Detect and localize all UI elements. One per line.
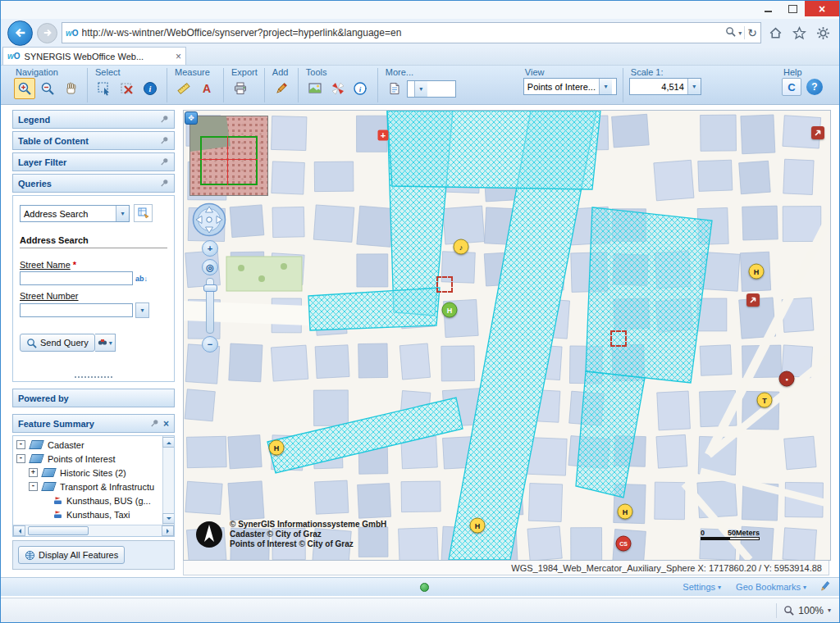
pin-icon[interactable] bbox=[160, 157, 169, 166]
street-name-input[interactable] bbox=[20, 271, 133, 285]
geo-bookmarks-link[interactable]: Geo Bookmarks▾ bbox=[736, 582, 806, 592]
map-marker-selected-site[interactable] bbox=[436, 276, 453, 293]
footer-edit-icon[interactable] bbox=[819, 580, 831, 596]
sort-ab-icon[interactable]: ab↓ bbox=[135, 275, 148, 283]
print-button[interactable] bbox=[230, 78, 251, 99]
map-zoom-out-button[interactable]: − bbox=[202, 336, 218, 352]
window-maximize-button[interactable] bbox=[780, 1, 805, 16]
select-features-button[interactable] bbox=[94, 78, 115, 99]
browser-zoom-control[interactable]: 100% ▾ bbox=[783, 605, 831, 616]
zoom-slider[interactable] bbox=[206, 278, 214, 334]
map-marker-red-cross[interactable]: + bbox=[378, 130, 389, 141]
scroll-up-icon[interactable] bbox=[162, 437, 174, 448]
scale-dropdown[interactable]: 4,514▾ bbox=[629, 78, 701, 95]
zoom-full-extent-button[interactable]: ◎ bbox=[202, 259, 218, 275]
add-text-button[interactable]: A bbox=[196, 78, 217, 99]
view-dropdown[interactable]: Points of Intere...▾ bbox=[523, 78, 617, 95]
map-image[interactable] bbox=[184, 111, 830, 560]
send-query-button[interactable]: Send Query bbox=[20, 334, 95, 352]
street-number-dropdown-icon[interactable]: ▾ bbox=[135, 302, 149, 318]
tree-item[interactable]: -Points of Interest bbox=[13, 452, 162, 466]
more-dropdown[interactable]: ▾ bbox=[407, 80, 456, 98]
add-sketch-button[interactable] bbox=[271, 78, 292, 99]
collapse-icon[interactable]: - bbox=[16, 454, 25, 463]
search-dropdown-caret-icon[interactable]: ▾ bbox=[738, 30, 742, 37]
panel-header-feature-summary[interactable]: Feature Summary× bbox=[12, 414, 175, 433]
pin-icon[interactable] bbox=[150, 419, 159, 428]
panel-header-powered-by[interactable]: Powered by bbox=[12, 389, 175, 407]
map-zoom-in-button[interactable]: + bbox=[202, 240, 218, 257]
help-button[interactable]: ? bbox=[806, 79, 823, 95]
favorites-star-icon[interactable] bbox=[789, 23, 809, 43]
scrollbar-thumb[interactable] bbox=[28, 526, 89, 535]
panel-header-queries[interactable]: Queries bbox=[12, 174, 175, 193]
overview-move-icon[interactable]: ✥ bbox=[185, 111, 198, 125]
browser-back-button[interactable] bbox=[7, 20, 33, 46]
window-titlebar[interactable]: × bbox=[1, 1, 839, 19]
query-manage-icon[interactable] bbox=[134, 204, 153, 222]
clear-selection-button[interactable] bbox=[116, 78, 138, 99]
more-sheet-button[interactable] bbox=[384, 78, 405, 99]
browser-tab[interactable]: wO SYNERGIS WebOffice Web... × bbox=[2, 47, 186, 65]
map-marker-selected-site[interactable] bbox=[610, 330, 627, 347]
close-panel-icon[interactable]: × bbox=[163, 418, 169, 430]
map-marker-stop-h[interactable]: H bbox=[269, 440, 285, 456]
map-marker-transport-poi[interactable] bbox=[746, 293, 760, 307]
zoom-out-button[interactable] bbox=[37, 78, 58, 99]
address-bar[interactable]: wwOO http://w-ws-wintner/WebOffice/synse… bbox=[62, 22, 761, 43]
tree-item[interactable]: Kunsthaus, Taxi bbox=[13, 507, 162, 521]
panel-resize-handle[interactable] bbox=[75, 376, 112, 378]
map-marker-stop-h[interactable]: H bbox=[749, 264, 765, 280]
map-marker-stop-h[interactable]: H bbox=[470, 518, 486, 534]
map-marker-music[interactable]: ♪ bbox=[454, 239, 469, 255]
query-type-select[interactable]: Address Search▾ bbox=[20, 205, 130, 222]
send-query-options-icon[interactable]: ▾ bbox=[95, 334, 116, 352]
map-marker-stop-h[interactable]: H bbox=[618, 504, 633, 520]
browser-forward-button[interactable] bbox=[37, 23, 57, 43]
zoom-in-button[interactable] bbox=[14, 78, 35, 99]
search-icon[interactable] bbox=[725, 25, 736, 40]
pin-icon[interactable] bbox=[160, 179, 169, 188]
pin-icon[interactable] bbox=[160, 115, 169, 124]
map-marker-taxi[interactable]: T bbox=[757, 393, 773, 408]
map-marker-transport-poi[interactable] bbox=[811, 126, 824, 139]
settings-link[interactable]: Settings▾ bbox=[682, 582, 721, 592]
image-tool-button[interactable] bbox=[304, 78, 326, 99]
refresh-icon[interactable]: ↻ bbox=[747, 26, 757, 39]
zoom-slider-handle[interactable] bbox=[203, 284, 217, 292]
scroll-right-icon[interactable] bbox=[162, 525, 174, 536]
settings-gear-icon[interactable] bbox=[813, 23, 833, 43]
street-number-input[interactable] bbox=[20, 303, 133, 317]
window-minimize-button[interactable] bbox=[756, 1, 780, 16]
select-info-button[interactable]: i bbox=[139, 78, 161, 99]
contact-button[interactable]: C bbox=[782, 78, 801, 96]
map-marker-cs-logo[interactable]: CS bbox=[616, 536, 632, 552]
pan-hand-button[interactable] bbox=[60, 78, 81, 99]
pan-compass-control[interactable] bbox=[192, 202, 226, 237]
display-all-features-button[interactable]: Display All Features bbox=[18, 546, 125, 564]
home-icon[interactable] bbox=[765, 23, 785, 43]
map-marker-stop-green[interactable]: H bbox=[442, 302, 458, 318]
tab-close-icon[interactable]: × bbox=[176, 51, 181, 62]
overview-map[interactable] bbox=[189, 116, 268, 196]
tree-item[interactable]: +Historic Sites (2) bbox=[13, 466, 162, 480]
tree-vertical-scrollbar[interactable] bbox=[162, 436, 174, 525]
map-marker-monument[interactable]: ▪ bbox=[779, 371, 795, 387]
collapse-icon[interactable]: - bbox=[16, 440, 25, 449]
panel-header-layer-filter[interactable]: Layer Filter bbox=[12, 152, 175, 171]
pin-icon[interactable] bbox=[160, 136, 169, 145]
expand-icon[interactable]: + bbox=[29, 468, 38, 477]
tree-item[interactable]: -Cadaster bbox=[13, 438, 162, 452]
tree-item[interactable]: Kunsthaus, BUS (g... bbox=[13, 493, 162, 507]
tree-item[interactable]: -Transport & Infrastructu bbox=[13, 480, 162, 493]
scroll-down-icon[interactable] bbox=[162, 513, 174, 524]
url-text[interactable]: http://w-ws-wintner/WebOffice/synserver?… bbox=[82, 27, 723, 39]
panel-header-legend[interactable]: Legend bbox=[12, 110, 175, 129]
panel-header-toc[interactable]: Table of Content bbox=[12, 131, 175, 150]
tree-horizontal-scrollbar[interactable] bbox=[13, 525, 174, 536]
scroll-left-icon[interactable] bbox=[13, 525, 25, 536]
info-tool-button[interactable]: i bbox=[350, 78, 372, 99]
redline-flag-button[interactable] bbox=[327, 78, 349, 99]
window-close-button[interactable]: × bbox=[805, 1, 839, 16]
measure-ruler-button[interactable] bbox=[173, 78, 194, 99]
